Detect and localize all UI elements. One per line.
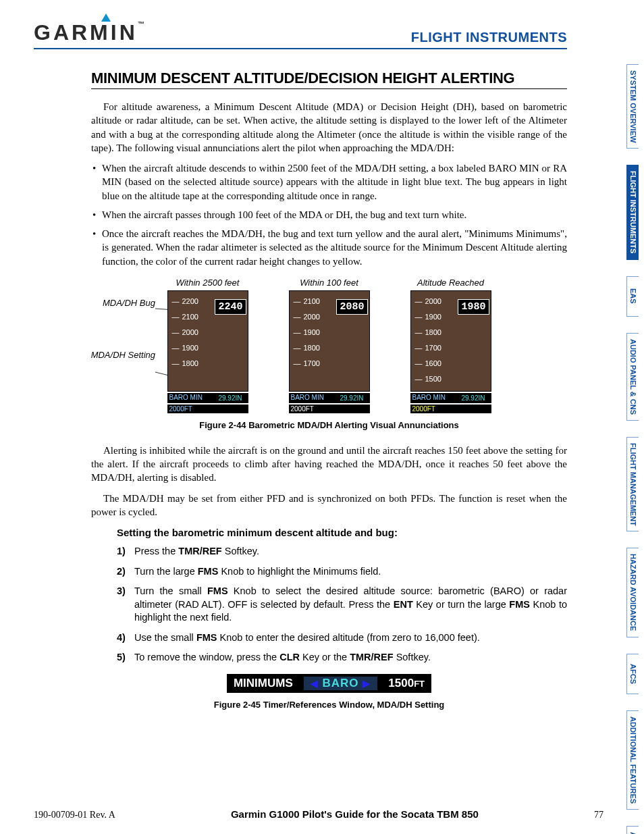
figure-col: Within 100 feet 21002000190018001700 208… [289, 278, 370, 413]
step-item: Turn the large FMS Knob to highlight the… [117, 565, 567, 579]
bullet-item: Once the aircraft reaches the MDA/DH, th… [91, 227, 567, 268]
page-footer: 190-00709-01 Rev. A Garmin G1000 Pilot's… [34, 808, 603, 820]
logo-triangle-icon [101, 14, 111, 22]
tab-additional-features[interactable]: ADDITIONAL FEATURES [626, 710, 639, 810]
left-arrow-icon: ◀ [311, 678, 319, 689]
altitude-tape: 200019001800170016001500 1980 [410, 290, 491, 392]
altitude-readout: 2240 [215, 299, 246, 315]
tab-eas[interactable]: EAS [626, 276, 639, 317]
bullet-item: When the aircraft altitude descends to w… [91, 161, 567, 203]
page-number: 77 [594, 810, 603, 820]
body-paragraph: Alerting is inhibited while the aircraft… [91, 444, 567, 485]
logo-text: GARMIN [34, 20, 138, 45]
page-title: MINIMUM DESCENT ALTITUDE/DECISION HEIGHT… [91, 70, 567, 89]
doc-title: Garmin G1000 Pilot's Guide for the Socat… [231, 808, 479, 820]
minimums-value: 1500 [388, 677, 414, 689]
figure-2-44: MDA/DH Bug MDA/DH Setting Within 2500 fe… [91, 278, 567, 413]
page-header: GARMIN™ FLIGHT INSTRUMENTS [34, 20, 567, 49]
tab-audio-panel[interactable]: AUDIO PANEL & CNS [626, 333, 639, 421]
procedure-heading: Setting the barometric minimum descent a… [117, 527, 567, 538]
minimums-unit: FT [414, 679, 425, 689]
section-tabs: SYSTEM OVERVIEW FLIGHT INSTRUMENTS EAS A… [626, 64, 639, 834]
tab-flight-instruments[interactable]: FLIGHT INSTRUMENTS [626, 165, 639, 259]
figure-2-45: MINIMUMS ◀ BARO ▶ 1500FT [91, 674, 567, 693]
garmin-logo: GARMIN™ [34, 20, 147, 45]
bullet-item: When the aircraft passes through 100 fee… [91, 208, 567, 221]
altitude-readout: 1980 [458, 299, 489, 315]
tab-appendices[interactable]: APPENDICES [626, 826, 639, 834]
intro-paragraph: For altitude awareness, a Minimum Descen… [91, 100, 567, 155]
figure-2-44-caption: Figure 2-44 Barometric MDA/DH Alerting V… [91, 420, 567, 430]
right-arrow-icon: ▶ [363, 678, 371, 689]
figure-col-label: Altitude Reached [410, 278, 491, 288]
tab-system-overview[interactable]: SYSTEM OVERVIEW [626, 64, 639, 149]
step-item: Press the TMR/REF Softkey. [117, 545, 567, 558]
bullet-list: When the aircraft altitude descends to w… [91, 161, 567, 268]
setting-label: MDA/DH Setting [71, 350, 155, 361]
figure-side-labels: MDA/DH Bug MDA/DH Setting [71, 298, 155, 361]
figure-2-45-caption: Figure 2-45 Timer/References Window, MDA… [91, 700, 567, 710]
step-item: Use the small FMS Knob to enter the desi… [117, 631, 567, 645]
altitude-tape: 21002000190018001700 2080 [289, 290, 370, 392]
figure-col: Within 2500 feet 22002100200019001800 22… [167, 278, 248, 413]
procedure-steps: Press the TMR/REF Softkey. Turn the larg… [117, 545, 567, 664]
altitude-readout: 2080 [336, 299, 367, 315]
doc-rev: 190-00709-01 Rev. A [34, 810, 115, 820]
figure-col-label: Within 2500 feet [167, 278, 248, 288]
step-item: To remove the window, press the CLR Key … [117, 651, 567, 664]
figure-col: Altitude Reached 20001900180017001600150… [410, 278, 491, 413]
tab-hazard-avoidance[interactable]: HAZARD AVOIDANCE [626, 548, 639, 637]
body-paragraph: The MDA/DH may be set from either PFD an… [91, 492, 567, 519]
minimums-mode: BARO [323, 677, 359, 689]
bug-label: MDA/DH Bug [71, 298, 155, 309]
step-item: Turn the small FMS Knob to select the de… [117, 585, 567, 625]
altitude-tape: 22002100200019001800 2240 [167, 290, 248, 392]
figure-col-label: Within 100 feet [289, 278, 370, 288]
section-name: FLIGHT INSTRUMENTS [411, 30, 567, 45]
tab-flight-management[interactable]: FLIGHT MANAGEMENT [626, 437, 639, 532]
tab-afcs[interactable]: AFCS [626, 654, 639, 694]
minimums-label: MINIMUMS [234, 677, 293, 690]
